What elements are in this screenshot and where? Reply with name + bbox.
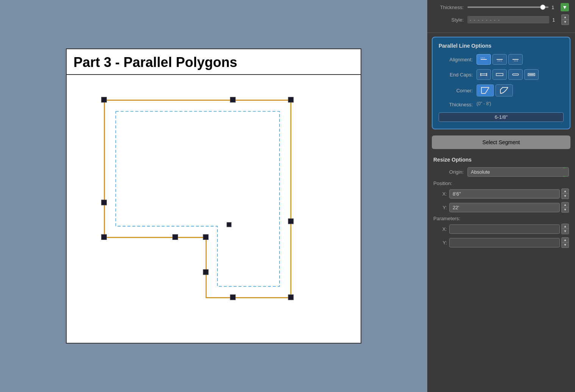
svg-rect-2 [288,97,294,103]
thickness-label: Thickness: [433,5,464,10]
style-value: 1 [552,17,560,23]
drawing-frame: Part 3 - Parallel Polygons [66,48,361,344]
endcap-square-btn[interactable] [492,69,507,80]
parallel-options-title: Parallel Line Options [439,43,564,49]
style-stepper-down[interactable]: ▼ [561,20,569,25]
origin-dropdown-wrap: Absolute Relative ⌃⌄ [467,167,569,177]
position-y-input[interactable] [449,203,560,212]
thickness-stepper-btn[interactable]: ▼ [561,3,569,11]
select-segment-button[interactable]: Select Segment [432,135,570,149]
position-x-down[interactable]: ▼ [561,194,569,199]
parameters-section: Parameters: X: ▲ ▼ Y: ▲ [433,216,569,248]
position-x-wrap: ▲ ▼ [449,188,569,199]
param-y-wrap: ▲ ▼ [449,237,569,248]
corner-row: Corner: [439,84,564,96]
param-y-label: Y: [439,240,447,246]
style-stepper-up[interactable]: ▲ [561,14,569,20]
position-x-label: X: [439,191,447,197]
alignment-row: Alignment: [439,54,564,65]
origin-label: Origin: [433,169,464,175]
alignment-controls [477,54,523,65]
param-x-wrap: ▲ ▼ [449,224,569,234]
origin-row: Origin: Absolute Relative ⌃⌄ [433,167,569,177]
thickness-opt-row: Thickness: (0" - 8') [439,101,564,108]
thickness-value-input[interactable] [439,112,564,122]
position-x-stepper: ▲ ▼ [561,188,569,199]
endcap-extended-btn[interactable] [524,69,539,80]
style-row: Style: - - - - - - - - 1 ▲ ▼ [433,14,569,25]
endcaps-label: End Caps: [439,72,473,78]
corner-label: Corner: [439,88,473,93]
alignment-center-btn[interactable] [492,54,507,65]
parameters-label: Parameters: [433,216,569,221]
param-x-row: X: ▲ ▼ [433,224,569,234]
endcap-round-btn[interactable] [508,69,523,80]
endcaps-row: End Caps: [439,69,564,80]
svg-rect-11 [227,222,231,227]
alignment-left-btn[interactable] [477,54,491,65]
endcap-flat-btn[interactable] [477,69,491,80]
svg-rect-6 [173,235,178,240]
svg-rect-9 [230,295,236,300]
thickness-value-row [439,112,564,123]
position-y-down[interactable]: ▼ [561,207,569,213]
svg-rect-8 [203,269,208,275]
param-y-input[interactable] [449,238,560,247]
svg-rect-22 [512,74,519,75]
canvas-area: Part 3 - Parallel Polygons [0,0,427,392]
corner-round-btn[interactable] [495,84,513,96]
param-y-stepper: ▲ ▼ [561,237,569,248]
position-y-stepper: ▲ ▼ [561,202,569,213]
svg-rect-21 [496,73,503,76]
param-x-label: X: [439,226,447,232]
parallel-line-options-panel: Parallel Line Options Alignment: End Cap… [432,37,570,129]
position-y-label: Y: [439,205,447,210]
position-x-row: X: ▲ ▼ [433,188,569,199]
thickness-value: 1 [552,5,559,10]
param-x-down[interactable]: ▼ [561,229,569,234]
param-x-stepper: ▲ ▼ [561,224,569,234]
corner-miter-btn[interactable] [477,84,494,96]
param-x-input[interactable] [449,224,560,234]
thickness-control: 1 ▼ [467,3,569,11]
position-y-row: Y: ▲ ▼ [433,202,569,213]
svg-rect-1 [230,97,236,103]
svg-rect-4 [288,219,294,224]
origin-select[interactable]: Absolute Relative [467,167,569,177]
style-label: Style: [433,17,464,23]
position-x-up[interactable]: ▲ [561,188,569,194]
alignment-label: Alignment: [439,57,473,62]
svg-rect-7 [203,235,208,240]
svg-rect-0 [102,97,107,103]
right-panel: Thickness: 1 ▼ Style: - - - - - - - - 1 … [427,0,575,392]
param-y-down[interactable]: ▼ [561,243,569,248]
param-y-row: Y: ▲ ▼ [433,237,569,248]
param-x-up[interactable]: ▲ [561,224,569,229]
style-control: - - - - - - - - 1 ▲ ▼ [467,14,569,25]
thickness-range: (0" - 8') [477,101,491,106]
alignment-right-btn[interactable] [508,54,523,65]
resize-options-section: Resize Options Origin: Absolute Relative… [427,153,575,255]
corner-controls [477,84,513,96]
thickness-opt-label: Thickness: [439,102,473,107]
svg-rect-3 [102,200,107,205]
dashed-line-preview[interactable]: - - - - - - - - [467,16,549,23]
svg-rect-24 [529,74,534,75]
drawing-content [67,76,361,343]
style-stepper: ▲ ▼ [561,14,569,25]
svg-rect-10 [288,295,294,300]
position-y-wrap: ▲ ▼ [449,202,569,213]
thickness-slider[interactable] [467,6,548,8]
drawing-svg [67,76,361,343]
frame-title: Part 3 - Parallel Polygons [67,49,361,75]
svg-rect-18 [481,74,487,75]
endcaps-controls [477,69,539,80]
resize-options-title: Resize Options [433,157,569,163]
position-y-up[interactable]: ▲ [561,202,569,207]
param-y-up[interactable]: ▲ [561,237,569,243]
panel-top: Thickness: 1 ▼ Style: - - - - - - - - 1 … [427,0,575,33]
dashes-display: - - - - - - - - [470,17,500,22]
svg-rect-5 [102,235,107,240]
position-x-input[interactable] [449,189,560,199]
position-label: Position: [433,180,569,186]
